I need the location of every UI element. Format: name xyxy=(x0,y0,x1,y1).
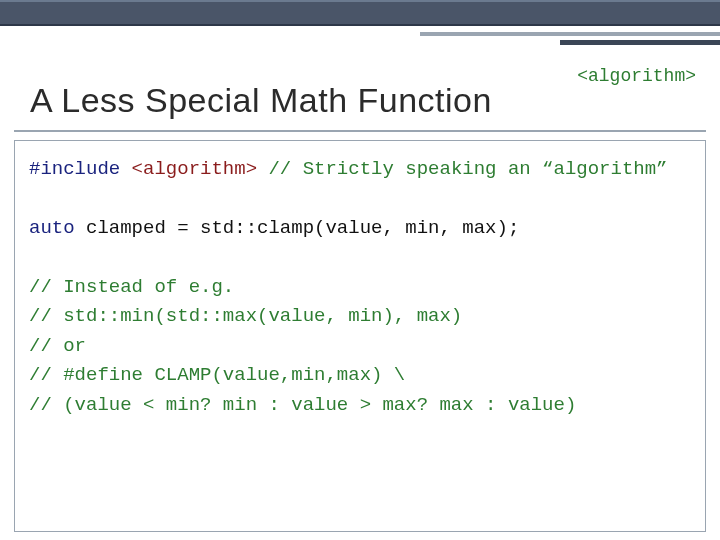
slide-accent xyxy=(0,26,720,48)
comment-line: // (value < min? min : value > max? max … xyxy=(29,391,691,420)
comment-line: // Instead of e.g. xyxy=(29,273,691,302)
header-tag: <algorithm> xyxy=(577,66,696,86)
comment: // Strictly speaking an “algorithm” xyxy=(257,158,667,180)
include-header: <algorithm> xyxy=(120,158,257,180)
title-underline xyxy=(14,130,706,132)
code-line: auto clamped = std::clamp(value, min, ma… xyxy=(29,214,691,243)
comment-line: // #define CLAMP(value,min,max) \ xyxy=(29,361,691,390)
code-block: #include <algorithm> // Strictly speakin… xyxy=(14,140,706,532)
code-text: clamped = std::clamp(value, min, max); xyxy=(75,217,520,239)
slide-top-bar xyxy=(0,0,720,26)
preprocessor: #include xyxy=(29,158,120,180)
slide-header: A Less Special Math Function <algorithm> xyxy=(0,48,720,130)
slide-title: A Less Special Math Function xyxy=(30,81,577,120)
code-line: #include <algorithm> // Strictly speakin… xyxy=(29,155,691,184)
blank-line xyxy=(29,243,691,272)
comment-line: // or xyxy=(29,332,691,361)
keyword-auto: auto xyxy=(29,217,75,239)
blank-line xyxy=(29,184,691,213)
comment-line: // std::min(std::max(value, min), max) xyxy=(29,302,691,331)
